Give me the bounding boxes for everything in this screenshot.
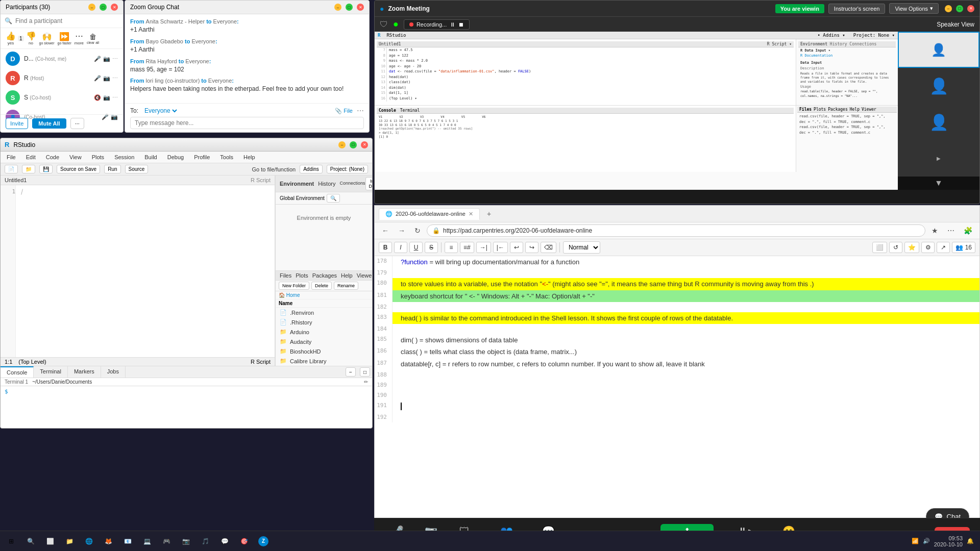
taskbar-edge[interactable]: 🌐 [80,533,98,549]
save-button[interactable]: 💾 [39,165,53,173]
search-env-button[interactable]: 🔍 [327,194,340,203]
sync-button[interactable]: ↺ [889,242,902,253]
project-button[interactable]: Project: (None) [327,165,368,173]
connections-tab[interactable]: Connections [339,181,365,187]
start-button[interactable]: ⊞ [2,533,20,549]
addins-button[interactable]: Addins [300,165,323,173]
outdent-button[interactable]: |← [493,242,508,253]
zoom-close-button[interactable]: ✕ [967,5,974,12]
strikethrough-button[interactable]: S [425,242,438,253]
terminal-expand-icon[interactable]: ✏ [364,379,368,385]
home-link[interactable]: 🏠 Home [279,292,300,298]
mute-all-button[interactable]: Mute All [32,118,66,129]
emoji-no[interactable]: 👎no [25,30,37,46]
zoom-maximize-button[interactable]: □ [956,5,963,12]
search-input[interactable] [15,17,119,24]
add-tab-button[interactable]: + [483,208,495,220]
chat-to-select[interactable]: Everyone [142,107,179,115]
settings-button[interactable]: ⋯ [944,225,958,236]
clear-format-button[interactable]: ⌫ [541,242,556,253]
source-on-save-button[interactable]: Source on Save [57,165,100,173]
address-bar[interactable]: 🔒 https://pad.carpentries.org/2020-06-uo… [427,224,925,237]
viewer-tab[interactable]: Viewer [357,272,372,279]
volume-icon[interactable]: 🔊 [923,538,930,544]
menu-session[interactable]: Session [112,153,136,161]
delete-button[interactable]: Delete [311,282,332,290]
taskbar-zoom[interactable]: Z [254,533,273,549]
menu-help[interactable]: Help [241,153,257,161]
refresh-button[interactable]: ↻ [411,225,424,236]
taskbar-app2[interactable]: 💻 [138,533,156,549]
align-left-button[interactable]: ⬜ [872,242,887,253]
import-dataset-button[interactable]: Import Dataset [365,177,372,190]
participants-count-button[interactable]: 👥 16 [952,242,975,253]
files-tab[interactable]: Files [280,272,291,279]
chat-more-button[interactable]: ⋯ [357,107,364,115]
bold-button[interactable]: B [379,242,392,253]
rstudio-close-button[interactable]: ✕ [361,141,368,148]
emoji-yes[interactable]: 👍yes [5,30,17,46]
taskbar-firefox[interactable]: 🦊 [99,533,117,549]
terminal-tab[interactable]: Terminal [34,366,68,378]
maximize-button[interactable]: □ [100,4,107,11]
rename-button[interactable]: Rename [334,282,358,290]
plots-tab[interactable]: Plots [296,272,308,279]
chat-close-button[interactable]: ✕ [357,4,364,11]
close-button[interactable]: ✕ [111,4,118,11]
rstudio-maximize-button[interactable]: □ [350,141,357,148]
source-button[interactable]: Source [125,165,149,173]
code-area[interactable]: | [16,185,275,357]
file-item-calibre[interactable]: 📁Calibre Library [276,356,372,366]
untitled-tab[interactable]: Untitled1 [5,177,27,183]
file-item-arduino[interactable]: 📁Arduino [276,327,372,337]
redo-button[interactable]: ↪ [525,242,538,253]
emoji-more[interactable]: ⋯more [74,30,85,46]
undo-button[interactable]: ↩ [510,242,523,253]
menu-build[interactable]: Build [142,153,159,161]
emoji-clear-all[interactable]: 🗑clear all [86,32,100,45]
italic-button[interactable]: I [394,242,407,253]
taskbar-app3[interactable]: 🎮 [157,533,176,549]
zoom-minimize-button[interactable]: – [945,5,952,12]
file-item-audacity[interactable]: 📁Audacity [276,337,372,346]
menu-plots[interactable]: Plots [90,153,106,161]
menu-debug[interactable]: Debug [165,153,186,161]
taskbar-app6[interactable]: 💬 [215,533,234,549]
menu-view[interactable]: View [67,153,84,161]
bookmark-pad-button[interactable]: ⭐ [904,242,919,253]
settings-pad-button[interactable]: ⚙ [921,242,935,253]
markers-tab[interactable]: Markers [68,366,101,378]
console-tab[interactable]: Console [1,366,34,378]
task-view-button[interactable]: ⬜ [41,533,59,549]
file-button[interactable]: 📎 File [335,108,353,114]
menu-profile[interactable]: Profile [192,153,212,161]
view-options-button[interactable]: View Options ▾ [889,3,939,14]
invite-button[interactable]: Invite [6,118,28,129]
more-button[interactable]: ··· [70,118,84,129]
collapse-button[interactable]: − [346,367,356,377]
emoji-go-slower[interactable]: 🙌go slower [38,31,56,46]
menu-edit[interactable]: Edit [24,153,38,161]
ordered-list-button[interactable]: ≡# [460,242,474,253]
help-tab[interactable]: Help [341,272,353,279]
rstudio-minimize-button[interactable]: – [338,141,346,148]
file-item-rhistory[interactable]: 📄.Rhistory [276,317,372,327]
format-select[interactable]: Normal [563,241,600,254]
taskbar-app7[interactable]: 🎯 [235,533,253,549]
global-env-label[interactable]: Global Environment [280,195,325,201]
pause-icon[interactable]: ⏸ [450,21,455,28]
menu-code[interactable]: Code [44,153,61,161]
expand-button[interactable]: □ [360,367,370,377]
open-file-button[interactable]: 📁 [22,165,35,173]
minimize-button[interactable]: – [88,4,95,11]
scroll-down-icon[interactable]: ▼ [898,177,979,190]
stop-icon[interactable]: ⏹ [458,21,464,28]
forward-button[interactable]: → [395,225,408,236]
menu-tools[interactable]: Tools [218,153,235,161]
extensions-button[interactable]: 🧩 [961,225,975,236]
packages-tab[interactable]: Packages [312,272,337,279]
chat-maximize-button[interactable]: □ [346,4,353,11]
history-tab[interactable]: History [318,181,335,187]
file-item-renviron[interactable]: 📄.Renviron [276,308,372,317]
back-button[interactable]: ← [379,225,392,236]
